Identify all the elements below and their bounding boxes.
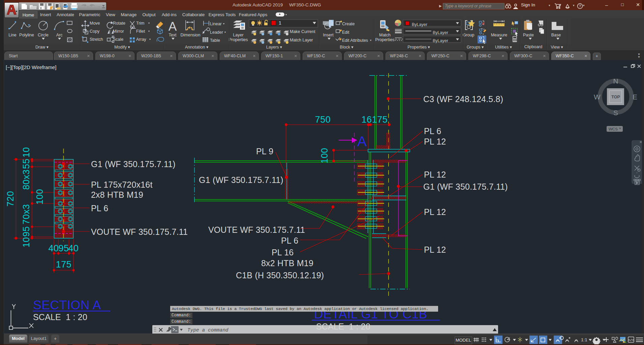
svg-text:40: 40 [48,243,59,253]
svg-text:720: 720 [5,191,16,207]
svg-text:VOUTE WF 350.175.7.11: VOUTE WF 350.175.7.11 [208,225,305,234]
svg-text:40: 40 [68,243,79,253]
svg-text:55: 55 [21,158,31,169]
svg-text:G1 (WF 350.175.7.11): G1 (WF 350.175.7.11) [423,182,508,191]
svg-text:750: 750 [315,115,331,125]
svg-text:SCALE 1 : 20: SCALE 1 : 20 [33,312,87,322]
svg-text:C3 (WF 248.124.5.8): C3 (WF 248.124.5.8) [423,94,503,104]
svg-text:TOP: TOP [611,95,620,99]
svg-text:SECTION A: SECTION A [33,298,101,312]
svg-text:PL 12: PL 12 [424,245,446,254]
svg-text:16: 16 [361,115,372,125]
svg-text:G1 (WF 350.175.7.11): G1 (WF 350.175.7.11) [91,159,176,169]
svg-text:70x3: 70x3 [21,204,31,225]
svg-text:10: 10 [21,237,31,247]
svg-text:S: S [613,109,618,117]
svg-text:2x8 HTB M19: 2x8 HTB M19 [91,190,143,199]
svg-text:PL 175x720x16t: PL 175x720x16t [91,180,153,189]
svg-text:1:1: 1:1 [581,337,587,342]
svg-text:WCS: WCS [609,127,618,131]
svg-text:PL 6: PL 6 [281,236,298,245]
svg-text:175: 175 [372,115,388,125]
svg-text:[−][Top][2D Wireframe]: [−][Top][2D Wireframe] [6,64,56,70]
svg-text:PL 6: PL 6 [424,126,441,136]
svg-text:8x2 HTB M19: 8x2 HTB M19 [261,258,313,268]
svg-text:1: 1 [279,20,281,26]
svg-text:PL 16: PL 16 [272,248,294,257]
svg-text:E: E [633,93,637,101]
svg-text:100: 100 [35,189,45,205]
svg-text:VOUTE WF 350.175.7.11: VOUTE WF 350.175.7.11 [91,227,188,237]
svg-text:PL 9: PL 9 [256,147,273,156]
svg-text:95: 95 [21,226,31,237]
svg-text:175: 175 [56,259,72,270]
svg-text:PL 12: PL 12 [424,170,446,179]
svg-text:100: 100 [319,148,330,164]
svg-text:PL 6: PL 6 [91,203,108,213]
svg-text:PL 12: PL 12 [424,207,446,217]
svg-text:?: ? [579,4,581,8]
svg-text:A: A [168,20,177,33]
svg-text:95: 95 [58,243,69,253]
svg-text:C1B (H 350.350.12.19): C1B (H 350.350.12.19) [236,271,324,280]
svg-text:80x3: 80x3 [21,169,31,190]
svg-text:PL 12: PL 12 [424,137,446,146]
svg-text:G1 (WF 350.175.7.11): G1 (WF 350.175.7.11) [199,175,283,185]
svg-text:Type a command: Type a command [187,327,228,333]
svg-text:10: 10 [21,147,31,157]
svg-text:W: W [594,93,601,101]
svg-text:N: N [613,77,618,85]
svg-text:A: A [357,133,367,149]
